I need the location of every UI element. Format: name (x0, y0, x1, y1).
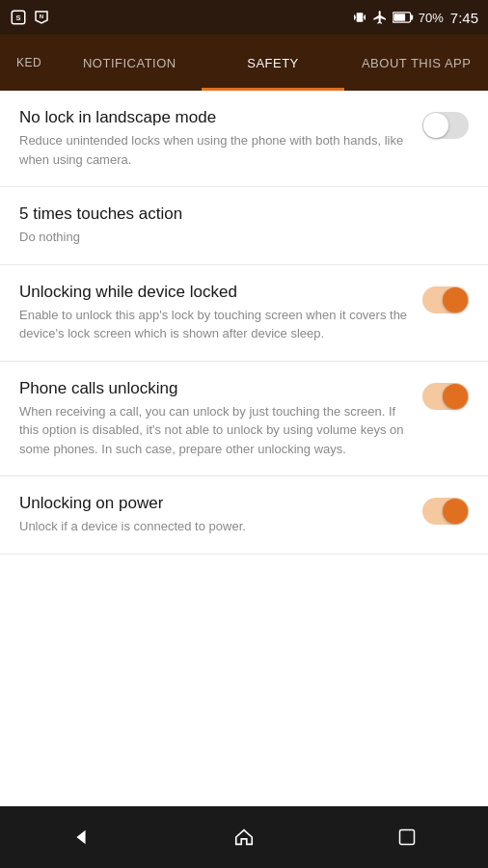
tab-about[interactable]: ABOUT THIS APP (344, 35, 488, 91)
svg-rect-12 (399, 830, 414, 845)
svg-rect-3 (356, 13, 363, 21)
svg-rect-4 (354, 14, 355, 19)
bottom-nav (0, 806, 488, 868)
home-icon (233, 827, 255, 848)
battery-percent: 70% (419, 11, 444, 25)
setting-phone-calls: Phone calls unlocking When receiving a c… (0, 362, 488, 477)
setting-five-touches[interactable]: 5 times touches action Do nothing (0, 187, 488, 265)
airplane-icon (372, 10, 388, 25)
toggle-switch-unlocking-power[interactable] (422, 498, 469, 525)
setting-title-unlocking-power: Unlocking on power (19, 494, 411, 513)
recent-button[interactable] (388, 818, 426, 856)
setting-title-unlocking-device: Unlocking while device locked (19, 283, 411, 302)
status-bar-right: 70% 7:45 (352, 10, 478, 26)
battery-icon (393, 11, 414, 24)
tab-locked[interactable]: KED (0, 35, 58, 91)
svg-rect-9 (410, 14, 413, 19)
toggle-knob-unlocking-power (443, 499, 468, 524)
toggle-knob-no-lock (423, 113, 448, 138)
svg-text:S: S (15, 14, 20, 22)
toggle-switch-phone-calls[interactable] (422, 383, 469, 410)
setting-unlocking-device: Unlocking while device locked Enable to … (0, 265, 488, 362)
status-bar-left: S N (10, 9, 50, 26)
setting-desc-five-touches: Do nothing (19, 228, 469, 247)
svg-rect-10 (393, 14, 405, 21)
tab-safety[interactable]: SAFETY (202, 35, 345, 91)
setting-desc-unlocking-power: Unlock if a device is connected to power… (19, 517, 411, 536)
setting-desc-no-lock: Reduce unintended locks when using the p… (19, 131, 411, 169)
tab-bar: KED NOTIFICATION SAFETY ABOUT THIS APP (0, 35, 488, 91)
toggle-knob-unlocking-device (443, 287, 468, 312)
toggle-knob-phone-calls (443, 384, 468, 409)
toggle-switch-unlocking-device[interactable] (422, 286, 469, 313)
setting-text-unlocking-device: Unlocking while device locked Enable to … (19, 283, 411, 343)
setting-unlocking-power: Unlocking on power Unlock if a device is… (0, 476, 488, 555)
setting-text-unlocking-power: Unlocking on power Unlock if a device is… (19, 494, 411, 536)
svg-text:N: N (40, 14, 43, 19)
settings-content: No lock in landscape mode Reduce uninten… (0, 91, 488, 806)
svg-marker-11 (77, 830, 86, 845)
svg-rect-5 (364, 14, 365, 19)
toggle-unlocking-device[interactable] (422, 286, 469, 313)
toggle-unlocking-power[interactable] (422, 498, 469, 525)
back-icon (70, 827, 92, 848)
toggle-phone-calls[interactable] (422, 383, 469, 410)
setting-title-five-touches: 5 times touches action (19, 204, 469, 224)
setting-desc-unlocking-device: Enable to unlock this app's lock by touc… (19, 306, 411, 343)
status-bar: S N 70% 7:45 (0, 0, 488, 35)
recent-icon (397, 827, 417, 847)
app-icon-1: S (10, 9, 27, 26)
setting-text-no-lock: No lock in landscape mode Reduce uninten… (19, 108, 411, 169)
svg-rect-7 (364, 16, 365, 19)
tab-notification[interactable]: NOTIFICATION (58, 35, 202, 91)
setting-title-phone-calls: Phone calls unlocking (19, 379, 411, 398)
svg-rect-6 (355, 16, 356, 19)
setting-text-phone-calls: Phone calls unlocking When receiving a c… (19, 379, 411, 459)
time: 7:45 (450, 10, 478, 26)
toggle-switch-no-lock[interactable] (422, 112, 469, 139)
setting-text-five-touches: 5 times touches action Do nothing (19, 204, 469, 247)
setting-no-lock-landscape: No lock in landscape mode Reduce uninten… (0, 91, 488, 187)
home-button[interactable] (225, 818, 263, 856)
app-icon-2: N (33, 9, 50, 26)
setting-title-no-lock: No lock in landscape mode (19, 108, 411, 127)
vibrate-icon (352, 10, 367, 25)
toggle-no-lock[interactable] (422, 112, 469, 139)
back-button[interactable] (62, 818, 100, 856)
setting-desc-phone-calls: When receiving a call, you can unlock by… (19, 402, 411, 459)
